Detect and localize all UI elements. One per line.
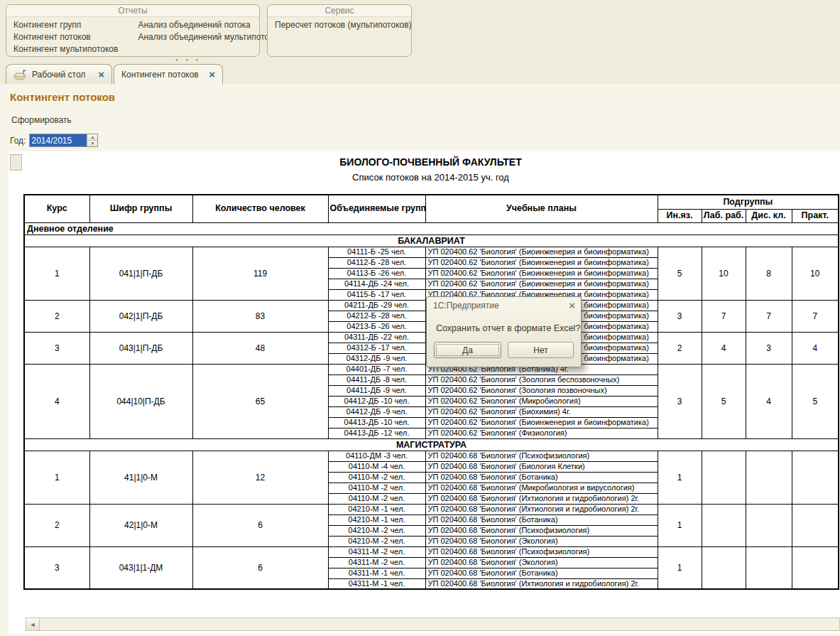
subgroup-cell: 3 xyxy=(658,300,702,332)
subgroup-cell xyxy=(792,504,839,546)
subgroup-cell: 4 xyxy=(792,332,839,364)
menu-item-kontingent-potokov[interactable]: Контингент потоков xyxy=(13,31,118,43)
merged-group-cell: 04110-М -4 чел. xyxy=(328,461,425,472)
merged-group-cell: 04114-ДБ -24 чел. xyxy=(328,279,425,289)
column-header-foreign-lang: Ин.яз. xyxy=(658,209,702,222)
scroll-left-icon[interactable]: ◄ xyxy=(26,618,40,630)
course-cell: 3 xyxy=(24,332,89,364)
tab-kontingent-potokov[interactable]: Контингент потоков × xyxy=(114,64,223,85)
menu-item-analiz-multipotoka[interactable]: Анализ объединений мультипотока xyxy=(138,31,278,43)
merged-group-cell: 04112-Б -28 чел. xyxy=(328,257,425,268)
subgroup-cell: 7 xyxy=(702,300,746,332)
group-code-cell: 043|1|1-ДМ xyxy=(89,546,192,589)
save-excel-dialog: 1С:Предприятие × Сохранить отчет в форма… xyxy=(426,296,582,367)
subgroup-cell: 5 xyxy=(792,364,839,438)
subgroup-cell: 1 xyxy=(658,546,702,589)
generate-button[interactable]: Сформировать xyxy=(11,115,72,125)
merged-group-cell: 04413-ДБ -12 чел. xyxy=(328,428,425,438)
study-plan-cell: УП 020400.68 'Биология' (Психофизиология… xyxy=(425,546,658,557)
subgroup-cell: 5 xyxy=(658,247,702,300)
subgroup-cell xyxy=(792,546,839,589)
no-button[interactable]: Нет xyxy=(508,342,574,358)
study-plan-cell: УП 020400.68 'Биология' (Микробиология и… xyxy=(425,483,658,493)
subgroup-cell xyxy=(746,451,792,504)
report-table: Курс Шифр группы Количество человек Объе… xyxy=(23,194,839,590)
group-code-cell: 041|1|П-ДБ xyxy=(89,247,192,300)
spin-up-icon[interactable]: ▲ xyxy=(87,134,97,140)
menu-item-analiz-potoka[interactable]: Анализ объединений потока xyxy=(138,19,278,31)
year-value[interactable]: 2014/2015 xyxy=(30,134,87,146)
panel-group-reports: Отчеты Контингент групп Контингент поток… xyxy=(6,4,260,57)
study-plan-cell: УП 020400.62 'Биология' (Биохимия) 4г. xyxy=(425,406,658,417)
merged-group-cell: 04212-Б -28 чел. xyxy=(328,311,425,321)
panel-splitter-dots[interactable]: ● ● ● xyxy=(174,57,202,62)
group-code-cell: 41|1|0-М xyxy=(89,451,192,504)
table-row: 141|1|0-М1204110-ДМ -3 чел.УП 020400.68 … xyxy=(24,451,839,461)
merged-group-cell: 04210-М -1 чел. xyxy=(328,514,425,525)
section-label: МАГИСТРАТУРА xyxy=(24,438,839,451)
menu-item-pereschet-potokov[interactable]: Пересчет потоков (мультипотоков) xyxy=(275,19,412,31)
study-plan-cell: УП 020400.62 'Биология' (Биоинженерия и … xyxy=(425,268,658,279)
section-header-row: МАГИСТРАТУРА xyxy=(24,438,839,451)
study-plan-cell: УП 020400.68 'Биология' (Ихтиология и ги… xyxy=(425,578,658,589)
table-row: 3043|1|1-ДМ604311-М -2 чел.УП 020400.68 … xyxy=(24,546,839,557)
close-icon[interactable]: × xyxy=(209,70,215,79)
subgroup-cell: 5 xyxy=(702,364,746,438)
study-plan-cell: УП 020400.62 'Биология' (Зоология позвон… xyxy=(425,385,658,396)
year-input[interactable]: 2014/2015▲▼ xyxy=(29,134,98,147)
column-header-course: Курс xyxy=(24,195,89,222)
spreadsheet-corner-box[interactable] xyxy=(10,154,22,171)
menu-item-kontingent-grupp[interactable]: Контингент групп xyxy=(13,19,118,31)
study-plan-cell: УП 020400.62 'Биология' (Биоинженерия и … xyxy=(425,257,658,268)
subgroup-cell xyxy=(746,546,792,589)
tab-desktop[interactable]: Рабочий стол × xyxy=(6,64,112,84)
study-plan-cell: УП 020400.68 'Биология' (Ботаника) xyxy=(425,514,658,525)
people-count-cell: 65 xyxy=(192,364,328,438)
page-title: Контингент потоков xyxy=(10,91,115,103)
subgroup-cell: 1 xyxy=(658,451,702,504)
report-subtitle: Список потоков на 2014-2015 уч. год xyxy=(23,172,838,183)
course-cell: 2 xyxy=(24,300,89,332)
course-cell: 2 xyxy=(24,504,89,546)
column-header-group-code: Шифр группы xyxy=(89,195,192,222)
horizontal-scrollbar[interactable]: ◄ xyxy=(26,618,840,631)
merged-group-cell: 04311-М -1 чел. xyxy=(328,578,425,589)
subgroup-cell: 7 xyxy=(792,300,839,332)
merged-group-cell: 04411-ДБ -9 чел. xyxy=(328,385,425,396)
table-row: 242|1|0-М604210-М -1 чел.УП 020400.68 'Б… xyxy=(24,504,839,514)
study-plan-cell: УП 020400.68 'Биология' (Ботаника) xyxy=(425,568,658,578)
study-plan-cell: УП 020400.68 'Биология' (Ихтиология и ги… xyxy=(425,504,658,514)
merged-group-cell: 04312-Б -17 чел. xyxy=(328,343,425,353)
subgroup-cell: 3 xyxy=(746,332,792,364)
merged-group-cell: 04210-М -2 чел. xyxy=(328,536,425,546)
merged-group-cell: 04412-ДБ -10 чел. xyxy=(328,396,425,406)
close-icon[interactable]: × xyxy=(569,299,575,311)
merged-group-cell: 04312-ДБ -9 чел. xyxy=(328,353,425,364)
subgroup-cell xyxy=(746,504,792,546)
dialog-title: 1С:Предприятие xyxy=(433,301,499,311)
tab-label: Рабочий стол xyxy=(32,70,85,80)
spin-down-icon[interactable]: ▼ xyxy=(87,140,97,146)
group-code-cell: 42|1|0-М xyxy=(89,504,192,546)
section-header-row: БАКАЛАВРИАТ xyxy=(24,235,839,247)
section-label: Дневное отделение xyxy=(24,222,839,235)
panel-group-title: Сервис xyxy=(268,5,411,17)
column-header-subgroups: Подгруппы xyxy=(658,195,839,209)
people-count-cell: 12 xyxy=(192,451,328,504)
study-plan-cell: УП 020400.62 'Биология' (Физиология) xyxy=(425,428,658,438)
year-label: Год: xyxy=(10,136,26,146)
section-header-row: Дневное отделение xyxy=(24,222,839,235)
merged-group-cell: 04111-Б -25 чел. xyxy=(328,247,425,257)
subgroup-cell xyxy=(792,451,839,504)
course-cell: 1 xyxy=(24,451,89,504)
merged-group-cell: 04412-ДБ -9 чел. xyxy=(328,406,425,417)
close-icon[interactable]: × xyxy=(98,70,104,79)
subgroup-cell: 4 xyxy=(746,364,792,438)
column-header-merged-groups: Объединяемые группы потока xyxy=(328,195,425,222)
merged-group-cell: 04115-Б -17 чел. xyxy=(328,289,425,300)
dialog-message: Сохранить отчет в формате Excel? xyxy=(436,323,580,333)
group-code-cell: 043|1|П-ДБ xyxy=(89,332,192,364)
column-header-dis-class: Дис. кл. xyxy=(746,209,792,222)
yes-button[interactable]: Да xyxy=(434,342,501,358)
menu-item-kontingent-multipotokov[interactable]: Контингент мультипотоков xyxy=(13,43,118,55)
